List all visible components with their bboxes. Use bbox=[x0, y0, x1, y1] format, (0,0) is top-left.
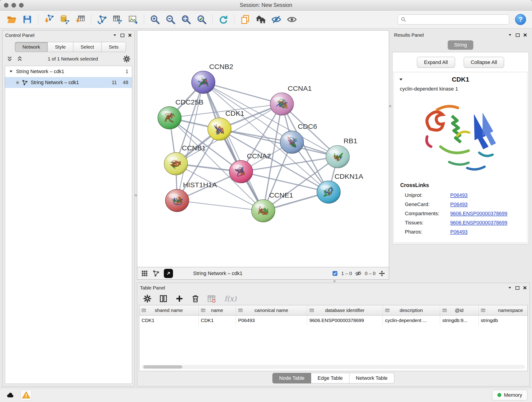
delete-column-icon[interactable] bbox=[191, 294, 200, 303]
network-canvas[interactable]: CCNB2CCNA1CDC25BCDK1CDC6RB1CCNB1CCNA2CDK… bbox=[137, 30, 389, 267]
refresh-view-button[interactable] bbox=[216, 13, 230, 26]
zoom-in-button[interactable] bbox=[148, 13, 162, 26]
column-header-description[interactable]: description bbox=[383, 305, 440, 315]
splitter-handle[interactable] bbox=[135, 194, 137, 196]
expander-icon[interactable] bbox=[9, 69, 13, 74]
column-header-database-identifier[interactable]: database identifier bbox=[307, 305, 383, 315]
table-panel-splitter[interactable] bbox=[137, 280, 530, 283]
toolbar-search[interactable] bbox=[398, 14, 509, 25]
network-node-CCNB1[interactable]: CCNB1 bbox=[164, 144, 206, 175]
expand-all-icon[interactable] bbox=[16, 56, 23, 62]
network-node-HIST1H1A[interactable]: HIST1H1A bbox=[165, 181, 217, 212]
collapse-all-icon[interactable] bbox=[6, 56, 13, 62]
attribute-table[interactable]: shared namenamecanonical namedatabase id… bbox=[139, 305, 528, 325]
import-network-file-button[interactable] bbox=[42, 13, 56, 26]
memory-button[interactable]: Memory bbox=[492, 390, 527, 400]
show-columns-icon[interactable] bbox=[159, 294, 168, 303]
collapse-all-button[interactable]: Collapse All bbox=[464, 57, 504, 68]
network-node-CDK1[interactable]: CDK1 bbox=[208, 110, 244, 140]
control-panel-splitter[interactable] bbox=[135, 30, 137, 386]
tab-style[interactable]: Style bbox=[48, 42, 73, 52]
column-header-shared-name[interactable]: shared name bbox=[139, 305, 198, 315]
zoom-selected-button[interactable] bbox=[195, 13, 209, 26]
open-session-button[interactable] bbox=[5, 13, 19, 26]
selected-checkbox-icon[interactable] bbox=[332, 270, 338, 277]
new-network-from-table-button[interactable] bbox=[110, 13, 125, 26]
table-cell[interactable]: CDK1 bbox=[139, 315, 198, 325]
expand-all-button[interactable]: Expand All bbox=[417, 57, 455, 68]
fit-move-icon[interactable] bbox=[379, 270, 385, 277]
tab-select[interactable]: Select bbox=[73, 42, 101, 52]
network-edge[interactable] bbox=[177, 201, 263, 211]
network-node-RB1[interactable]: RB1 bbox=[326, 137, 357, 168]
scrollbar-thumb[interactable] bbox=[143, 365, 182, 369]
export-image-button[interactable] bbox=[126, 13, 140, 26]
table-cell[interactable]: cyclin-dependent ... bbox=[383, 315, 440, 325]
network-edge[interactable] bbox=[203, 82, 282, 104]
new-network-button[interactable] bbox=[95, 13, 109, 26]
function-builder-icon[interactable]: f(x) bbox=[224, 294, 236, 303]
network-graph[interactable]: CCNB2CCNA1CDC25BCDK1CDC6RB1CCNB1CCNA2CDK… bbox=[137, 31, 389, 267]
network-node-CCNE1[interactable]: CCNE1 bbox=[252, 191, 293, 222]
table-cell[interactable]: 9606.ENSP00000378699 bbox=[307, 315, 383, 325]
close-panel-icon[interactable]: × bbox=[523, 33, 527, 37]
panel-menu-icon[interactable] bbox=[508, 286, 512, 290]
section-expander-icon[interactable] bbox=[399, 77, 404, 82]
zoom-out-button[interactable] bbox=[163, 13, 177, 26]
tab-network[interactable]: Network bbox=[15, 42, 48, 52]
maximize-window-button[interactable] bbox=[19, 3, 24, 7]
panel-menu-icon[interactable] bbox=[508, 33, 512, 37]
home-button[interactable] bbox=[254, 13, 268, 26]
table-cell[interactable]: CDK1 bbox=[198, 315, 236, 325]
import-network-database-button[interactable] bbox=[57, 13, 72, 26]
splitter-handle[interactable] bbox=[389, 105, 391, 107]
network-row[interactable]: String Network – cdk1 11 48 bbox=[5, 77, 132, 88]
import-table-file-button[interactable] bbox=[73, 13, 87, 26]
network-edge[interactable] bbox=[203, 82, 263, 211]
cloud-status-icon[interactable] bbox=[5, 390, 16, 400]
tab-string[interactable]: String bbox=[448, 40, 473, 50]
search-input[interactable] bbox=[409, 17, 506, 22]
panel-menu-icon[interactable] bbox=[113, 33, 117, 37]
column-header-namespace[interactable]: namespace bbox=[478, 305, 528, 315]
results-panel-splitter[interactable] bbox=[389, 30, 391, 280]
crosslink-link[interactable]: P06493 bbox=[450, 192, 468, 198]
network-node-CCNA1[interactable]: CCNA1 bbox=[270, 85, 312, 115]
close-window-button[interactable] bbox=[4, 3, 8, 7]
crosslink-link[interactable]: 9606.ENSP00000378699 bbox=[450, 211, 507, 217]
zoom-fit-button[interactable] bbox=[179, 13, 193, 26]
table-options-gear-icon[interactable] bbox=[143, 294, 152, 303]
table-cell[interactable]: P06493 bbox=[236, 315, 307, 325]
horizontal-scrollbar[interactable] bbox=[142, 365, 525, 369]
close-panel-icon[interactable]: × bbox=[523, 286, 527, 290]
column-header-@id[interactable]: @id bbox=[440, 305, 478, 315]
column-header-name[interactable]: name bbox=[198, 305, 236, 315]
tab-sets[interactable]: Sets bbox=[101, 42, 126, 52]
table-row[interactable]: CDK1CDK1P064939606.ENSP00000378699cyclin… bbox=[139, 315, 528, 325]
column-header-canonical-name[interactable]: canonical name bbox=[236, 305, 307, 315]
help-button[interactable]: ? bbox=[515, 14, 526, 25]
birdseye-grid-icon[interactable] bbox=[141, 270, 148, 277]
hide-selected-button[interactable] bbox=[269, 13, 283, 26]
float-panel-icon[interactable] bbox=[516, 33, 520, 37]
table-tab-node-table[interactable]: Node Table bbox=[272, 373, 311, 383]
close-panel-icon[interactable]: × bbox=[128, 33, 132, 38]
show-panels-button[interactable] bbox=[285, 13, 299, 26]
minimize-window-button[interactable] bbox=[12, 3, 16, 7]
table-cell[interactable]: stringdb bbox=[478, 315, 528, 325]
splitter-handle[interactable] bbox=[333, 280, 336, 282]
string-app-icon[interactable] bbox=[152, 270, 160, 277]
table-tab-edge-table[interactable]: Edge Table bbox=[311, 373, 349, 383]
crosslink-link[interactable]: P06493 bbox=[450, 201, 468, 207]
table-tab-network-table[interactable]: Network Table bbox=[349, 373, 394, 383]
add-column-icon[interactable] bbox=[175, 294, 184, 303]
network-collection-row[interactable]: String Network – cdk1 1 bbox=[5, 66, 132, 77]
duplicate-network-button[interactable] bbox=[238, 13, 252, 26]
table-cell[interactable]: stringdb:9... bbox=[440, 315, 478, 325]
warnings-button[interactable] bbox=[21, 390, 32, 400]
network-node-CDKN1A[interactable]: CDKN1A bbox=[317, 172, 363, 203]
hidden-eye-slash-icon[interactable] bbox=[355, 270, 361, 277]
float-panel-icon[interactable] bbox=[515, 286, 519, 290]
float-panel-icon[interactable] bbox=[120, 34, 124, 37]
crosslink-link[interactable]: P06493 bbox=[450, 229, 468, 235]
